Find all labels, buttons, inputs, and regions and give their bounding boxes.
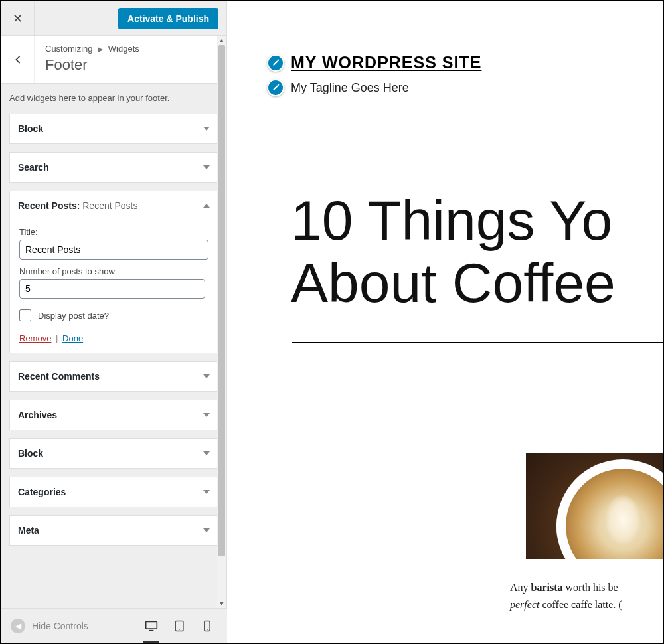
caret-down-icon xyxy=(203,490,210,494)
widget-header[interactable]: Search xyxy=(10,153,218,182)
widget-header[interactable]: Categories xyxy=(10,477,218,507)
sidebar-header: ✕ Activate & Publish xyxy=(1,1,226,36)
preview-tablet-button[interactable] xyxy=(173,619,186,633)
collapse-left-icon: ◀ xyxy=(11,619,25,633)
display-date-checkbox[interactable] xyxy=(19,309,31,321)
breadcrumb: Customizing ▶ Widgets Footer xyxy=(1,36,226,84)
widget-search: Search xyxy=(9,152,218,183)
count-input[interactable] xyxy=(19,279,205,299)
caret-down-icon xyxy=(203,127,210,131)
edit-shortcut-tagline[interactable] xyxy=(267,79,284,96)
site-title-link[interactable]: MY WORDPRESS SITE xyxy=(291,53,481,72)
svg-rect-1 xyxy=(149,629,154,631)
widget-block: Block xyxy=(9,114,218,144)
scrollbar[interactable]: ▲ ▼ xyxy=(217,36,226,608)
widgets-scroll-area[interactable]: Add widgets here to appear in your foote… xyxy=(1,84,226,608)
caret-down-icon xyxy=(203,528,210,532)
featured-image xyxy=(526,453,663,559)
post-body-excerpt: Any barista worth his be perfect coffee … xyxy=(510,579,663,613)
widget-meta: Meta xyxy=(9,515,218,546)
count-label: Number of posts to show: xyxy=(19,266,208,276)
preview-desktop-button[interactable] xyxy=(145,619,158,633)
done-link[interactable]: Done xyxy=(62,333,83,343)
edit-shortcut-site-title[interactable] xyxy=(267,54,284,72)
preview-pane: MY WORDPRESS SITE My Tagline Goes Here 1… xyxy=(227,1,663,643)
widget-header[interactable]: Archives xyxy=(10,400,218,430)
close-button[interactable]: ✕ xyxy=(1,1,35,36)
caret-down-icon xyxy=(203,451,210,455)
remove-link[interactable]: Remove xyxy=(19,333,51,343)
pencil-icon xyxy=(272,84,280,92)
svg-point-5 xyxy=(207,629,207,629)
svg-rect-0 xyxy=(146,621,157,629)
widget-recent-comments: Recent Comments xyxy=(9,361,218,392)
breadcrumb-section: Widgets xyxy=(108,44,139,54)
widget-categories: Categories xyxy=(9,477,218,507)
caret-down-icon xyxy=(203,413,210,417)
widget-block-2: Block xyxy=(9,438,218,469)
widget-header[interactable]: Recent Posts: Recent Posts xyxy=(10,191,218,220)
display-date-label: Display post date? xyxy=(38,311,109,321)
widget-header[interactable]: Meta xyxy=(10,516,218,545)
widget-form: Title: Number of posts to show: Display … xyxy=(10,227,218,353)
post-title: 10 Things Yo About Coffee xyxy=(291,189,663,314)
svg-point-3 xyxy=(179,629,179,629)
section-title: Footer xyxy=(45,56,139,74)
scrollbar-thumb[interactable] xyxy=(218,45,225,556)
breadcrumb-root: Customizing xyxy=(45,44,93,54)
caret-up-icon xyxy=(203,204,210,208)
activate-publish-button[interactable]: Activate & Publish xyxy=(118,8,218,29)
widget-archives: Archives xyxy=(9,400,218,430)
sidebar-footer: ◀ Hide Controls xyxy=(1,608,227,643)
widget-header[interactable]: Block xyxy=(10,114,218,143)
back-button[interactable] xyxy=(1,36,35,83)
site-tagline: My Tagline Goes Here xyxy=(291,81,409,95)
widget-header[interactable]: Recent Comments xyxy=(10,362,218,391)
hide-controls-button[interactable]: ◀ Hide Controls xyxy=(11,619,88,633)
customizer-sidebar: ✕ Activate & Publish Customizing ▶ Widge… xyxy=(1,1,227,608)
section-description: Add widgets here to appear in your foote… xyxy=(9,93,218,103)
chevron-right-icon: ▶ xyxy=(98,45,103,53)
widget-recent-posts: Recent Posts: Recent Posts Title: Number… xyxy=(9,191,218,353)
title-input[interactable] xyxy=(19,240,208,260)
preview-mobile-button[interactable] xyxy=(201,619,214,633)
pencil-icon xyxy=(272,59,280,67)
title-underline xyxy=(292,342,663,343)
widget-header[interactable]: Block xyxy=(10,439,218,468)
caret-down-icon xyxy=(203,374,210,378)
title-label: Title: xyxy=(19,227,208,237)
caret-down-icon xyxy=(203,165,210,169)
